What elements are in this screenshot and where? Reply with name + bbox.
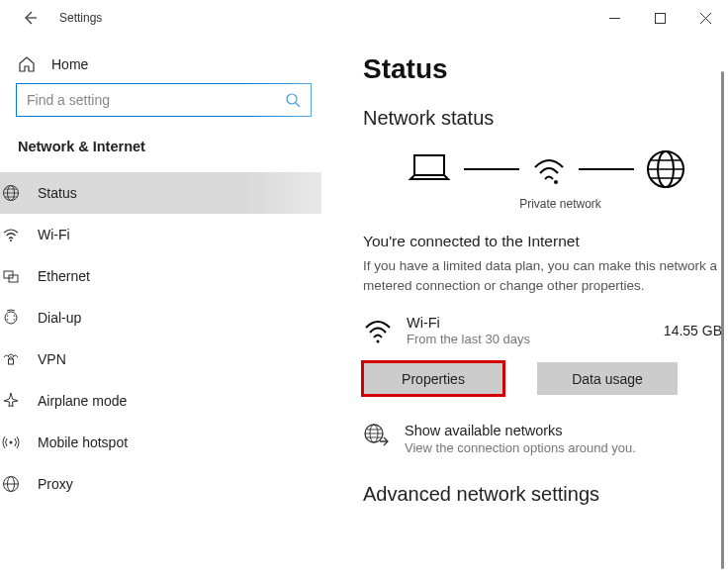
- wifi-connection-icon: [363, 316, 393, 345]
- home-icon: [18, 55, 36, 73]
- globe-large-icon: [644, 147, 687, 191]
- maximize-button[interactable]: [637, 3, 682, 33]
- svg-point-10: [7, 319, 9, 321]
- svg-point-13: [10, 441, 13, 444]
- svg-point-20: [377, 340, 380, 343]
- wifi-signal-icon: [529, 149, 569, 189]
- wifi-icon: [2, 226, 20, 243]
- hotspot-icon: [2, 433, 20, 451]
- sidebar-item-airplane[interactable]: Airplane mode: [0, 380, 321, 422]
- svg-point-17: [554, 180, 558, 184]
- diagram-caption: Private network: [363, 197, 728, 211]
- window-title: Settings: [59, 11, 102, 25]
- sidebar-item-label: VPN: [38, 351, 66, 367]
- show-available-networks[interactable]: Show available networks View the connect…: [363, 423, 728, 455]
- connection-sub: From the last 30 days: [407, 332, 664, 346]
- sidebar-item-label: Airplane mode: [38, 393, 127, 409]
- ethernet-icon: [2, 267, 20, 285]
- connection-amount: 14.55 GB: [664, 323, 722, 338]
- svg-point-11: [14, 319, 16, 321]
- svg-point-7: [5, 312, 17, 324]
- network-diagram: [363, 147, 728, 191]
- sidebar-item-hotspot[interactable]: Mobile hotspot: [0, 422, 321, 463]
- globe-available-icon: [363, 423, 389, 448]
- connection-name: Wi-Fi: [407, 315, 664, 331]
- content-pane: Status Network status Private network Yo…: [321, 36, 728, 577]
- sidebar: Home Network & Internet Status Wi-Fi: [0, 36, 321, 577]
- svg-point-9: [14, 315, 16, 317]
- sidebar-item-label: Mobile hotspot: [38, 434, 128, 450]
- home-link[interactable]: Home: [16, 48, 312, 83]
- available-desc: View the connection options around you.: [405, 440, 636, 455]
- advanced-title: Advanced network settings: [363, 483, 728, 506]
- connected-heading: You're connected to the Internet: [363, 233, 728, 250]
- sidebar-item-vpn[interactable]: VPN: [0, 338, 321, 380]
- svg-rect-12: [9, 359, 14, 364]
- dialup-icon: [2, 309, 20, 327]
- search-input[interactable]: [27, 92, 286, 108]
- airplane-icon: [2, 392, 20, 410]
- sidebar-item-ethernet[interactable]: Ethernet: [0, 255, 321, 297]
- sidebar-item-status[interactable]: Status: [0, 172, 321, 214]
- connected-desc: If you have a limited data plan, you can…: [363, 256, 728, 295]
- maximize-icon: [655, 13, 666, 24]
- minimize-icon: [609, 13, 620, 24]
- laptop-icon: [405, 149, 454, 189]
- sidebar-item-wifi[interactable]: Wi-Fi: [0, 214, 321, 255]
- available-title: Show available networks: [405, 423, 636, 438]
- connection-row: Wi-Fi From the last 30 days 14.55 GB: [363, 315, 728, 346]
- search-box[interactable]: [16, 83, 312, 117]
- sidebar-item-label: Wi-Fi: [38, 227, 70, 242]
- section-title: Network status: [363, 107, 728, 130]
- home-label: Home: [51, 56, 88, 72]
- close-icon: [700, 13, 711, 24]
- sidebar-item-label: Proxy: [38, 476, 73, 492]
- sidebar-item-proxy[interactable]: Proxy: [0, 463, 321, 505]
- minimize-button[interactable]: [592, 3, 637, 33]
- data-usage-button[interactable]: Data usage: [537, 362, 678, 395]
- svg-rect-16: [414, 155, 444, 175]
- search-icon: [286, 93, 301, 108]
- svg-rect-0: [655, 13, 665, 23]
- svg-point-4: [10, 240, 12, 241]
- sidebar-item-label: Ethernet: [38, 268, 90, 284]
- back-button[interactable]: [18, 6, 42, 30]
- close-button[interactable]: [682, 3, 728, 33]
- properties-button[interactable]: Properties: [363, 362, 503, 395]
- sidebar-item-dialup[interactable]: Dial-up: [0, 297, 321, 338]
- scrollbar[interactable]: [721, 71, 724, 569]
- page-title: Status: [363, 53, 728, 85]
- vpn-icon: [2, 350, 20, 368]
- sidebar-item-label: Dial-up: [38, 310, 81, 326]
- section-label: Network & Internet: [16, 139, 312, 154]
- sidebar-item-label: Status: [38, 185, 77, 201]
- svg-point-1: [287, 94, 297, 104]
- titlebar: Settings: [0, 0, 728, 36]
- nav-list: Status Wi-Fi Ethernet Dial-up VPN: [0, 172, 321, 505]
- proxy-icon: [2, 475, 20, 493]
- globe-icon: [2, 184, 20, 202]
- back-icon: [22, 10, 38, 26]
- svg-point-8: [7, 315, 9, 317]
